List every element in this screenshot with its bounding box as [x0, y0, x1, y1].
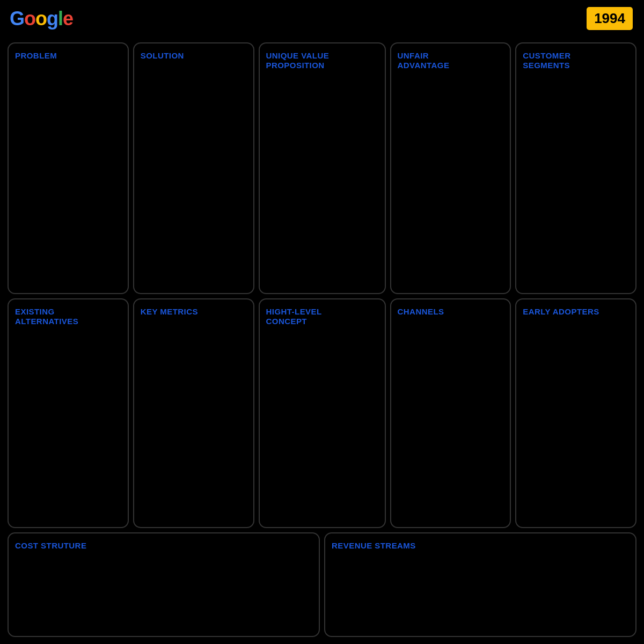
cost-structure-title: COST STRUTURE	[15, 541, 86, 550]
key-metrics-card: KEY METRICS	[133, 298, 254, 528]
existing-alternatives-card: EXISTINGALTERNATIVES	[8, 298, 129, 528]
rightmost-col: CUSTOMERSEGMENTS EARLY ADOPTERS	[515, 42, 636, 528]
customer-segments-card: CUSTOMERSEGMENTS	[515, 42, 636, 294]
hight-level-card: HIGHT-LEVELCONCEPT	[259, 298, 386, 528]
google-logo: Google	[10, 8, 73, 30]
problem-card: PROBLEM	[8, 42, 129, 294]
cost-structure-card: COST STRUTURE	[8, 532, 320, 637]
canvas: PROBLEM EXISTINGALTERNATIVES SOLUTION KE…	[0, 37, 644, 642]
solution-col: SOLUTION KEY METRICS	[133, 42, 254, 528]
key-metrics-title: KEY METRICS	[141, 307, 247, 317]
channels-card: CHANNELS	[390, 298, 511, 528]
header: Google 1994	[0, 0, 644, 37]
channels-title: CHANNELS	[398, 307, 504, 317]
bottom-row: COST STRUTURE REVENUE STREAMS	[8, 532, 636, 637]
hight-level-title: HIGHT-LEVELCONCEPT	[266, 307, 378, 326]
revenue-streams-card: REVENUE STREAMS	[324, 532, 636, 637]
early-adopters-card: EARLY ADOPTERS	[515, 298, 636, 528]
uvp-card: UNIQUE VALUEPROPOSITION	[259, 42, 386, 294]
unfair-advantage-title: UNFAIRADVANTAGE	[398, 51, 504, 70]
solution-card-top: SOLUTION	[133, 42, 254, 294]
mid-col: UNIQUE VALUEPROPOSITION HIGHT-LEVELCONCE…	[259, 42, 386, 528]
uvp-title: UNIQUE VALUEPROPOSITION	[266, 51, 378, 70]
year-badge: 1994	[585, 5, 634, 32]
rightmid-col: UNFAIRADVANTAGE CHANNELS	[390, 42, 511, 528]
unfair-advantage-card: UNFAIRADVANTAGE	[390, 42, 511, 294]
problem-title: PROBLEM	[15, 51, 121, 61]
problem-col: PROBLEM EXISTINGALTERNATIVES	[8, 42, 129, 528]
top-area: PROBLEM EXISTINGALTERNATIVES SOLUTION KE…	[8, 42, 636, 528]
solution-title: SOLUTION	[141, 51, 247, 61]
existing-alternatives-title: EXISTINGALTERNATIVES	[15, 307, 121, 326]
early-adopters-title: EARLY ADOPTERS	[523, 307, 629, 317]
customer-segments-title: CUSTOMERSEGMENTS	[523, 51, 629, 70]
revenue-streams-title: REVENUE STREAMS	[332, 541, 416, 550]
